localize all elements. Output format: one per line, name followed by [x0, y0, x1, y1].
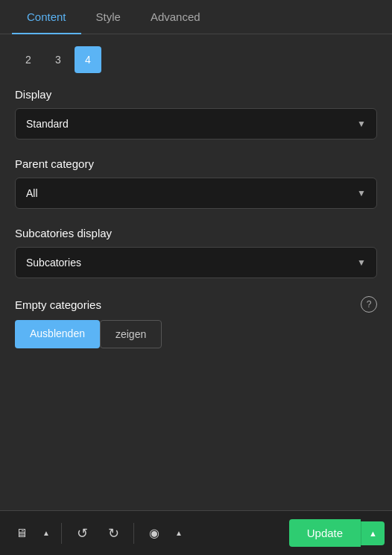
device-button[interactable]: 🖥	[7, 518, 36, 548]
main-container: Content Style Advanced 2 3 4 Display Sta…	[0, 0, 392, 555]
subcategories-dropdown-arrow-icon: ▼	[357, 257, 366, 268]
main-content-area: 2 3 4 Display Standard ▼ Parent category…	[0, 34, 392, 510]
subcategories-display-value: Subcatories	[26, 257, 81, 269]
pagination: 2 3 4	[15, 46, 377, 73]
monitor-icon: 🖥	[16, 527, 28, 540]
display-dropdown[interactable]: Standard ▼	[15, 108, 377, 139]
parent-category-dropdown[interactable]: All ▼	[15, 178, 377, 209]
empty-categories-header: Empty categories ?	[15, 296, 377, 313]
preview-icon: ◉	[149, 526, 159, 540]
redo-button[interactable]: ↻	[99, 518, 127, 548]
empty-categories-help-icon[interactable]: ?	[361, 296, 377, 313]
empty-categories-toggle: Ausblenden zeigen	[15, 320, 377, 348]
tab-style[interactable]: Style	[81, 0, 136, 34]
parent-category-label: Parent category	[15, 157, 377, 170]
page-3[interactable]: 3	[45, 46, 72, 73]
update-arrow-icon: ▲	[369, 529, 377, 538]
preview-group: ◉ ▲	[140, 518, 188, 548]
device-arrow-button[interactable]: ▲	[37, 518, 55, 548]
update-group: Update ▲	[289, 519, 385, 547]
tab-content[interactable]: Content	[12, 0, 81, 34]
toolbar-divider-1	[61, 523, 62, 544]
device-group: 🖥 ▲	[7, 518, 55, 548]
empty-categories-label: Empty categories	[15, 298, 101, 311]
subcategories-display-label: Subcatories display	[15, 227, 377, 239]
display-label: Display	[15, 88, 377, 101]
parent-category-value: All	[26, 187, 38, 199]
preview-button[interactable]: ◉	[140, 518, 168, 548]
toggle-ausblenden[interactable]: Ausblenden	[15, 320, 100, 348]
display-dropdown-arrow-icon: ▼	[357, 119, 366, 129]
undo-button[interactable]: ↺	[68, 518, 96, 548]
subcategories-display-dropdown[interactable]: Subcatories ▼	[15, 247, 377, 278]
update-arrow-button[interactable]: ▲	[361, 521, 385, 545]
parent-category-dropdown-arrow-icon: ▼	[357, 188, 366, 198]
tab-advanced[interactable]: Advanced	[136, 0, 215, 34]
bottom-toolbar: 🖥 ▲ ↺ ↻ ◉ ▲ Update ▲	[0, 510, 392, 555]
display-value: Standard	[26, 118, 69, 130]
toolbar-divider-2	[133, 523, 134, 544]
toggle-zeigen[interactable]: zeigen	[100, 320, 162, 348]
page-4[interactable]: 4	[75, 46, 101, 73]
redo-icon: ↻	[108, 525, 119, 542]
preview-arrow-button[interactable]: ▲	[170, 518, 188, 548]
update-button[interactable]: Update	[289, 519, 361, 547]
preview-chevron-icon: ▲	[175, 529, 183, 537]
tab-bar: Content Style Advanced	[0, 0, 392, 34]
undo-icon: ↺	[77, 525, 88, 542]
device-chevron-icon: ▲	[42, 529, 50, 537]
page-2[interactable]: 2	[15, 46, 42, 73]
